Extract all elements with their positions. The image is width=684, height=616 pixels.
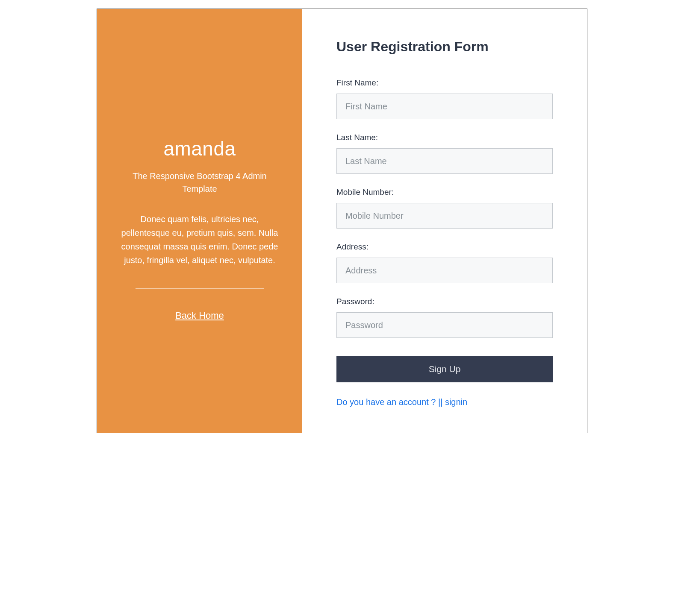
- first-name-label: First Name:: [336, 78, 553, 88]
- password-input[interactable]: [336, 312, 553, 338]
- mobile-number-input[interactable]: [336, 203, 553, 229]
- first-name-group: First Name:: [336, 78, 553, 119]
- mobile-number-label: Mobile Number:: [336, 188, 553, 197]
- first-name-input[interactable]: [336, 94, 553, 119]
- last-name-input[interactable]: [336, 148, 553, 174]
- form-title: User Registration Form: [336, 39, 553, 55]
- brand-description: Donec quam felis, ultricies nec, pellent…: [118, 212, 281, 267]
- password-group: Password:: [336, 297, 553, 338]
- address-label: Address:: [336, 242, 553, 252]
- password-label: Password:: [336, 297, 553, 306]
- address-input[interactable]: [336, 258, 553, 283]
- page-container: amanda The Responsive Bootstrap 4 Admin …: [97, 9, 587, 433]
- registration-panel: User Registration Form First Name: Last …: [302, 9, 587, 433]
- divider: [136, 288, 264, 289]
- last-name-group: Last Name:: [336, 133, 553, 174]
- signin-link[interactable]: Do you have an account ? || signin: [336, 397, 467, 407]
- mobile-number-group: Mobile Number:: [336, 188, 553, 229]
- brand-subtitle: The Responsive Bootstrap 4 Admin Templat…: [131, 170, 268, 195]
- signup-button[interactable]: Sign Up: [336, 356, 553, 382]
- left-panel: amanda The Responsive Bootstrap 4 Admin …: [97, 9, 302, 433]
- address-group: Address:: [336, 242, 553, 283]
- back-home-link[interactable]: Back Home: [175, 310, 224, 321]
- brand-title: amanda: [163, 137, 236, 160]
- last-name-label: Last Name:: [336, 133, 553, 142]
